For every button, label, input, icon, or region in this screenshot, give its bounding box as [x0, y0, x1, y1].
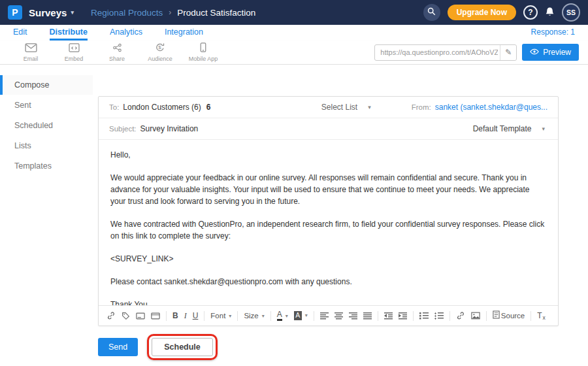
sidebar-item-templates[interactable]: Templates [0, 156, 93, 176]
channel-mobile-app[interactable]: Mobile App [182, 42, 225, 62]
question-mark-icon: ? [528, 8, 532, 17]
breadcrumb-survey-name[interactable]: Regional Products [91, 8, 163, 18]
source-button[interactable]: Source [493, 310, 525, 321]
card-icon[interactable] [136, 312, 145, 320]
schedule-button[interactable]: Schedule [152, 338, 213, 356]
remove-format-button[interactable]: Tx [537, 311, 546, 320]
user-avatar[interactable]: SS [562, 3, 580, 22]
svg-text:$: $ [158, 44, 161, 50]
email-body-paragraph: Hello, [110, 149, 546, 161]
align-justify-icon[interactable] [363, 312, 372, 320]
chevron-down-icon: ▾ [305, 312, 308, 318]
subject-value[interactable]: Survey Invitation [140, 124, 199, 133]
share-icon [112, 43, 122, 54]
app-root: P Surveys ▾ Regional Products › Product … [0, 0, 588, 366]
ordered-list-icon[interactable] [419, 312, 429, 320]
insert-image-icon[interactable] [471, 312, 480, 320]
italic-button[interactable]: I [184, 311, 187, 321]
divider [166, 311, 167, 321]
help-button[interactable]: ? [523, 5, 538, 20]
align-right-icon[interactable] [349, 312, 357, 320]
sidebar-item-lists[interactable]: Lists [0, 136, 93, 156]
size-dropdown[interactable]: Size ▾ [244, 312, 264, 320]
audience-icon: $ [155, 42, 165, 54]
channel-embed[interactable]: Embed [52, 43, 95, 62]
channel-share[interactable]: Share [95, 43, 139, 62]
breadcrumb-current: Product Satisfaction [177, 8, 255, 18]
channel-label: Email [24, 56, 39, 62]
bold-button[interactable]: B [172, 311, 178, 320]
channel-label: Share [109, 56, 125, 62]
email-icon [25, 43, 37, 54]
compose-actions: Send Schedule [98, 334, 218, 360]
subject-label: Subject: [109, 125, 137, 133]
topbar-actions: Upgrade Now ? SS [423, 3, 580, 22]
notifications-button[interactable] [545, 7, 555, 19]
annotation-highlight: Schedule [147, 334, 218, 360]
indent-icon[interactable] [399, 312, 407, 320]
text-color-button[interactable]: A ▾ [277, 310, 288, 321]
to-value: London Customers (6) [123, 103, 201, 112]
background-color-button[interactable]: A ▾ [294, 311, 308, 320]
select-list-label: Select List [321, 103, 357, 112]
chevron-down-icon: ▾ [286, 313, 288, 319]
template-label: Default Template [473, 124, 532, 133]
sidebar-item-sent[interactable]: Sent [0, 95, 93, 115]
select-list-dropdown[interactable]: Select List ▾ [321, 103, 371, 112]
align-center-icon[interactable] [335, 312, 343, 320]
distribute-toolbar: Email Embed Share $ Audience Mobile App [0, 41, 588, 65]
product-switcher[interactable]: Surveys ▾ [29, 7, 74, 18]
bullet-list-icon[interactable] [434, 312, 444, 320]
recipient-count: 6 [206, 103, 211, 112]
embed-icon [69, 43, 80, 54]
document-icon [493, 310, 500, 321]
divider [237, 311, 238, 321]
sidebar-item-scheduled[interactable]: Scheduled [0, 116, 93, 135]
breadcrumb-separator-icon: › [169, 8, 171, 17]
breadcrumb: Regional Products › Product Satisfaction [91, 8, 255, 18]
font-dropdown[interactable]: Font ▾ [210, 312, 231, 320]
upgrade-now-button[interactable]: Upgrade Now [448, 5, 516, 20]
product-label: Surveys [29, 7, 67, 18]
editor-toolbar: B I U Font ▾ Size ▾ A ▾ [99, 305, 558, 325]
divider [449, 311, 450, 321]
email-sidebar: Compose Sent Scheduled Lists Templates [0, 75, 93, 176]
tag-icon[interactable] [122, 312, 130, 320]
preview-button[interactable]: Preview [522, 44, 579, 61]
survey-url-input[interactable] [374, 44, 517, 61]
sidebar-item-compose[interactable]: Compose [0, 75, 93, 95]
bell-icon [545, 7, 555, 19]
search-button[interactable] [423, 4, 440, 21]
link-icon[interactable] [106, 311, 116, 320]
to-row: To: London Customers (6) 6 Select List ▾… [99, 97, 558, 118]
outdent-icon[interactable] [384, 312, 393, 320]
channel-audience[interactable]: $ Audience [139, 42, 182, 62]
subject-row: Subject: Survey Invitation Default Templ… [99, 118, 558, 140]
tab-edit[interactable]: Edit [13, 27, 27, 41]
from-value[interactable]: sanket (sanket.shekdar@ques... [435, 103, 547, 112]
chevron-down-icon: ▾ [71, 9, 74, 16]
divider [486, 311, 487, 321]
response-count: Response: 1 [531, 27, 575, 41]
email-body-paragraph: We would appreciate your feedback in our… [110, 172, 546, 207]
channel-label: Audience [148, 56, 172, 62]
questionpro-logo[interactable]: P [8, 5, 22, 20]
email-body-editor[interactable]: Hello, We would appreciate your feedback… [99, 140, 558, 305]
tab-distribute[interactable]: Distribute [50, 27, 88, 41]
chevron-down-icon: ▾ [542, 125, 545, 132]
channel-email[interactable]: Email [9, 43, 52, 62]
align-left-icon[interactable] [320, 312, 329, 320]
mobile-icon [200, 42, 206, 54]
underline-button[interactable]: U [193, 311, 199, 320]
from-label: From: [412, 103, 431, 111]
template-card-icon[interactable] [151, 312, 160, 320]
template-dropdown[interactable]: Default Template ▾ [473, 124, 545, 133]
send-button[interactable]: Send [98, 338, 138, 356]
tab-analytics[interactable]: Analytics [110, 27, 142, 41]
email-body-paragraph: Thank You [110, 299, 546, 305]
compose-panel: To: London Customers (6) 6 Select List ▾… [98, 96, 559, 326]
insert-link-icon[interactable] [456, 311, 465, 320]
tab-integration[interactable]: Integration [165, 27, 203, 41]
email-body-paragraph: Please contact sanket.shekdar@questionpr… [110, 276, 546, 288]
edit-url-icon[interactable]: ✎ [500, 45, 516, 60]
